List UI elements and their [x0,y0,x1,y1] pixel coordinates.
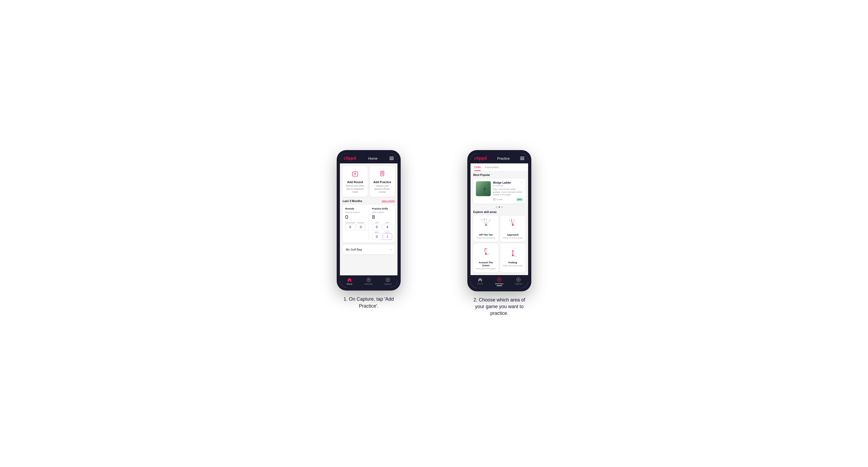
practice-item: Practice 0 [356,222,366,230]
dot-3 [501,206,503,208]
skill-grid: Off The Tee Power and accuracy [473,216,525,272]
featured-drill-info: Wedge Ladder 50-100 yds Play 1 shot at e… [493,181,523,201]
phone1-header: clippd Home [340,153,398,163]
arg-label: ARG [372,231,382,233]
action-cards-row: Add Round Record your shots fast or enha… [343,166,395,196]
featured-drill-desc: Play 1 shot at each target yardage. If y… [493,188,523,196]
around-green-title: Around The Green [476,261,496,267]
around-green-illustration [476,246,496,259]
nav-activities-label: Activities [365,283,373,285]
rounds-sub-grid: Tournament 0 Practice 0 [345,222,366,230]
phone2-header-title: Practice [497,156,510,160]
approach-subtitle: Dial-in to hit the green [503,237,523,239]
rounds-title: Rounds [345,207,366,210]
around-green-subtitle: Hone your short game [476,267,496,270]
featured-drill-image [476,181,491,196]
ott-item: OTT 0 [372,222,382,230]
putting-title: Putting [503,261,523,264]
phone-1-screen: clippd Home [340,153,398,287]
off-the-tee-title: Off The Tee [476,233,496,236]
shots-count: 9 shots [496,198,503,201]
putting-subtitle: Make and lag practice [503,264,523,267]
add-round-icon [350,169,360,179]
phone-2-section: clippd Practice Drills Favourites Most P… [445,150,554,317]
nav-home[interactable]: Home [340,275,359,287]
nav-activities[interactable]: Activities [359,275,378,287]
phone2-logo: clippd [474,156,487,161]
menu-icon[interactable] [390,157,394,160]
tab-favourites[interactable]: Favourites [485,163,498,171]
phone1-header-title: Home [368,156,377,160]
ott-value: 0 [372,224,382,230]
svg-point-24 [509,220,510,221]
tournament-value: 0 [345,224,355,230]
last3months-header: Last 3 Months View Activity [343,199,395,203]
skill-card-approach[interactable]: Approach Dial-in to hit the green [500,216,525,242]
instruction-1-text: 1. On Capture, tap 'Add Practice'. [339,296,398,309]
drills-sub-grid: OTT 0 APP 4 ARG 0 [372,222,393,240]
chevron-right-icon: › [390,247,392,252]
svg-line-14 [486,189,488,190]
add-round-title: Add Round [347,181,363,184]
putt-label: PUTT [382,231,392,233]
my-bag-label: My Golf Bag [346,248,362,251]
my-golf-bag-row[interactable]: My Golf Bag › [343,245,395,254]
featured-drill-title: Wedge Ladder [493,181,523,184]
phone1-logo: clippd [344,156,356,161]
skill-card-off-the-tee[interactable]: Off The Tee Power and accuracy [473,216,498,242]
phone2-nav-home[interactable]: Home [470,275,490,288]
instruction-2-text: 2. Choose which area of your game you wa… [470,297,529,317]
featured-drill-card[interactable]: Wedge Ladder 50-100 yds Play 1 shot at e… [473,179,525,204]
add-round-card[interactable]: Add Round Record your shots fast or enha… [343,166,368,196]
putting-illustration [503,246,523,259]
putt-value: 4 [382,234,392,240]
activities-underline [497,285,502,286]
svg-point-22 [490,219,490,220]
phone2-menu-icon[interactable] [520,157,524,160]
off-the-tee-illustration [476,218,496,231]
nav-capture[interactable]: Capture [378,275,398,287]
add-practice-title: Add Practice [373,181,391,184]
svg-point-28 [485,248,486,249]
view-activity-link[interactable]: View Activity [381,200,395,202]
phone-2-frame: clippd Practice Drills Favourites Most P… [467,150,531,291]
app-badge: APP [516,198,523,201]
stats-divider [369,207,369,240]
phone2-nav-activities[interactable]: Activities [490,275,509,288]
rounds-col: Rounds Rounds Capture 0 Tournament 0 [345,207,366,240]
dot-2 [498,206,500,208]
stats-grid: Rounds Rounds Capture 0 Tournament 0 [345,207,392,240]
skill-card-putting[interactable]: Putting Make and lag practice [500,243,525,272]
practice-content: Most Popular [470,171,528,275]
skill-card-around-green[interactable]: Around The Green Hone your short game [473,243,498,272]
practice-label: Practice [356,222,366,224]
phone2-nav-capture[interactable]: Capture [509,275,528,288]
tournament-item: Tournament 0 [345,222,355,230]
approach-illustration [503,218,523,231]
svg-point-17 [494,200,495,200]
svg-point-12 [483,193,486,194]
rounds-capture-value: 0 [345,214,366,220]
instruction-1: 1. On Capture, tap 'Add Practice'. [339,296,398,309]
off-the-tee-subtitle: Power and accuracy [476,237,496,239]
shots-info: 9 shots [493,198,503,201]
drills-col: Practice Drills Drills Capture 8 OTT 0 [372,207,393,240]
phone2-header: clippd Practice [470,153,528,163]
arg-item: ARG 0 [372,231,382,240]
drills-capture-label: Drills Capture [372,211,393,214]
star-icon[interactable]: ☆ [520,181,523,184]
svg-point-29 [486,248,487,249]
add-practice-card[interactable]: Add Practice Capture your practice off-t… [370,166,395,196]
svg-point-19 [481,219,482,220]
most-popular-title: Most Popular [473,174,525,177]
tab-drills[interactable]: Drills [474,163,480,171]
svg-point-4 [382,172,383,173]
phone1-bottom-nav: Home Activities [340,275,398,287]
ott-label: OTT [372,222,382,224]
phone1-content: Add Round Record your shots fast or enha… [340,163,398,275]
tournament-label: Tournament [345,222,355,224]
rounds-capture-label: Rounds Capture [345,211,366,214]
dot-1 [496,206,497,208]
drills-title: Practice Drills [372,207,393,210]
explore-title: Explore skill areas [473,211,525,214]
